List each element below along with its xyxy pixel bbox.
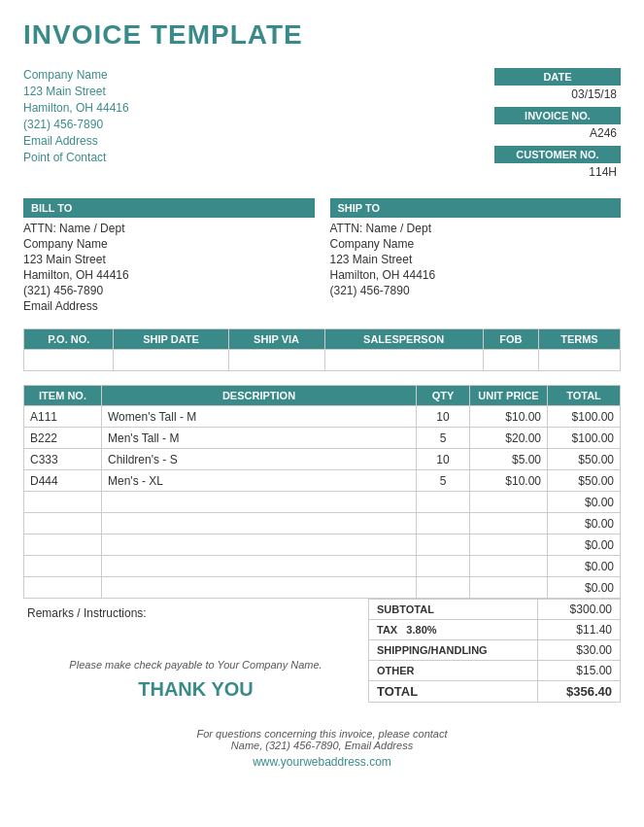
- total-row: TOTAL $356.40: [369, 681, 621, 703]
- item-total: $0.00: [548, 534, 621, 556]
- item-total: $100.00: [548, 428, 621, 449]
- date-label: DATE: [494, 68, 621, 86]
- company-name: Company Name: [23, 68, 129, 82]
- tax-pct: 3.80%: [406, 624, 436, 636]
- ship-to-box: SHIP TO ATTN: Name / Dept Company Name 1…: [330, 198, 622, 315]
- item-desc: [102, 534, 417, 556]
- company-email: Email Address: [23, 134, 129, 148]
- ship-company: Company Name: [330, 237, 622, 251]
- customer-no-label: CUSTOMER NO.: [494, 146, 621, 163]
- po-col-3: SHIP VIA: [228, 329, 324, 350]
- po-col-4: SALESPERSON: [324, 329, 483, 350]
- item-unit: $10.00: [470, 406, 548, 428]
- fob: [483, 350, 538, 371]
- payment-note: Please make check payable to Your Compan…: [27, 659, 364, 671]
- footer-website: www.yourwebaddress.com: [23, 755, 621, 769]
- item-total: $0.00: [548, 492, 621, 513]
- po-col-6: TERMS: [538, 329, 620, 350]
- shipping-row: SHIPPING/HANDLING $30.00: [369, 640, 621, 661]
- item-qty: [417, 492, 470, 513]
- ship-city: Hamilton, OH 44416: [330, 268, 622, 282]
- item-desc: Children's - S: [102, 449, 417, 470]
- other-value: $15.00: [537, 661, 620, 681]
- ship-phone: (321) 456-7890: [330, 284, 622, 297]
- company-contact: Point of Contact: [23, 151, 129, 164]
- item-desc: [102, 556, 417, 577]
- bill-ship-section: BILL TO ATTN: Name / Dept Company Name 1…: [23, 198, 621, 315]
- bill-email: Email Address: [23, 299, 315, 313]
- table-row: $0.00: [24, 513, 621, 534]
- table-row: A111 Women's Tall - M 10 $10.00 $100.00: [24, 406, 621, 428]
- company-address: 123 Main Street: [23, 85, 129, 98]
- item-total: $50.00: [548, 470, 621, 492]
- totals-table: SUBTOTAL $300.00 TAX 3.80% $11.40 SHIPPI…: [368, 599, 621, 703]
- item-unit: [470, 556, 548, 577]
- tax-label: TAX 3.80%: [369, 620, 538, 640]
- totals-section: SUBTOTAL $300.00 TAX 3.80% $11.40 SHIPPI…: [368, 599, 621, 708]
- item-no: [24, 492, 102, 513]
- remarks-section: Remarks / Instructions: Please make chec…: [23, 599, 368, 708]
- ship-address: 123 Main Street: [330, 253, 622, 266]
- item-total: $0.00: [548, 556, 621, 577]
- company-info: Company Name 123 Main Street Hamilton, O…: [23, 68, 129, 185]
- total-col: TOTAL: [548, 386, 621, 406]
- item-qty: [417, 577, 470, 599]
- item-unit: $5.00: [470, 449, 548, 470]
- footer-section: For questions concerning this invoice, p…: [23, 728, 621, 769]
- table-row: B222 Men's Tall - M 5 $20.00 $100.00: [24, 428, 621, 449]
- ship-via: [228, 350, 324, 371]
- bill-to-box: BILL TO ATTN: Name / Dept Company Name 1…: [23, 198, 315, 315]
- item-no: [24, 513, 102, 534]
- item-unit: [470, 577, 548, 599]
- ship-to-address: ATTN: Name / Dept Company Name 123 Main …: [330, 222, 622, 297]
- subtotal-row: SUBTOTAL $300.00: [369, 600, 621, 620]
- item-unit: [470, 513, 548, 534]
- subtotal-label: SUBTOTAL: [369, 600, 538, 620]
- item-no: [24, 556, 102, 577]
- item-desc: Women's Tall - M: [102, 406, 417, 428]
- tax-value: $11.40: [537, 620, 620, 640]
- item-total: $0.00: [548, 577, 621, 599]
- other-row: OTHER $15.00: [369, 661, 621, 681]
- shipping-label: SHIPPING/HANDLING: [369, 640, 538, 661]
- po-col-1: P.O. NO.: [24, 329, 114, 350]
- item-qty: 10: [417, 406, 470, 428]
- table-row: $0.00: [24, 556, 621, 577]
- item-total: $100.00: [548, 406, 621, 428]
- item-qty: [417, 513, 470, 534]
- table-row: $0.00: [24, 492, 621, 513]
- item-unit: $20.00: [470, 428, 548, 449]
- item-desc: [102, 492, 417, 513]
- company-city: Hamilton, OH 44416: [23, 101, 129, 115]
- item-desc: [102, 577, 417, 599]
- ship-date: [114, 350, 228, 371]
- items-table: ITEM NO. DESCRIPTION QTY UNIT PRICE TOTA…: [23, 385, 621, 599]
- footer-line2: Name, (321) 456-7890, Email Address: [23, 740, 621, 751]
- item-desc: Men's - XL: [102, 470, 417, 492]
- item-qty: [417, 534, 470, 556]
- bill-address: 123 Main Street: [23, 253, 315, 266]
- item-unit: [470, 534, 548, 556]
- salesperson: [324, 350, 483, 371]
- table-row: C333 Children's - S 10 $5.00 $50.00: [24, 449, 621, 470]
- bill-to-address: ATTN: Name / Dept Company Name 123 Main …: [23, 222, 315, 313]
- ship-to-header: SHIP TO: [330, 198, 622, 218]
- remarks-label: Remarks / Instructions:: [27, 606, 147, 620]
- bottom-section: Remarks / Instructions: Please make chec…: [23, 599, 621, 708]
- item-no: C333: [24, 449, 102, 470]
- item-unit: $10.00: [470, 470, 548, 492]
- item-qty: 5: [417, 428, 470, 449]
- thank-you: THANK YOU: [27, 678, 364, 701]
- item-qty: 5: [417, 470, 470, 492]
- qty-col: QTY: [417, 386, 470, 406]
- po-col-5: FOB: [483, 329, 538, 350]
- item-desc: Men's Tall - M: [102, 428, 417, 449]
- po-table: P.O. NO. SHIP DATE SHIP VIA SALESPERSON …: [23, 328, 621, 371]
- invoice-meta: DATE 03/15/18 INVOICE NO. A246 CUSTOMER …: [426, 68, 621, 185]
- terms: [538, 350, 620, 371]
- bill-city: Hamilton, OH 44416: [23, 268, 315, 282]
- item-desc: [102, 513, 417, 534]
- bill-to-header: BILL TO: [23, 198, 315, 218]
- ship-attn: ATTN: Name / Dept: [330, 222, 622, 235]
- bill-attn: ATTN: Name / Dept: [23, 222, 315, 235]
